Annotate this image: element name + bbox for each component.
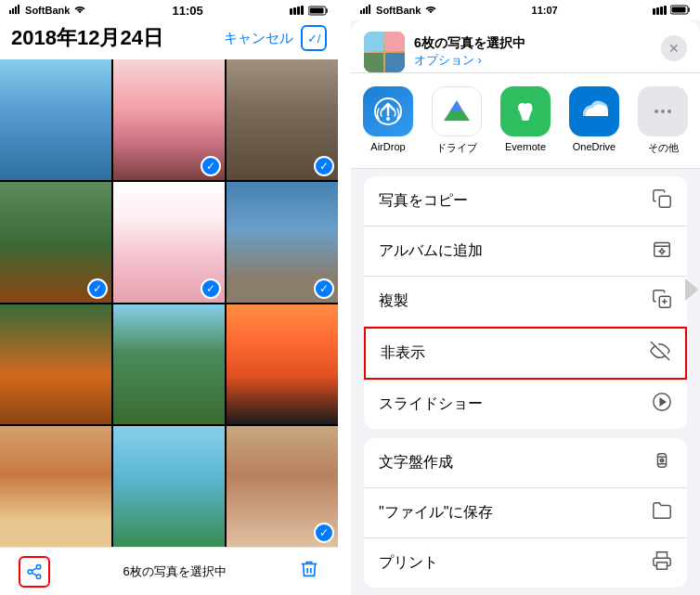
more-icon: [638, 86, 688, 136]
photo-cell[interactable]: ✓: [227, 182, 338, 303]
action-save-files[interactable]: "ファイル"に保存: [364, 488, 687, 538]
svg-rect-11: [363, 8, 365, 14]
svg-rect-13: [369, 5, 370, 14]
right-actions: キャンセル ✓/: [224, 25, 327, 51]
status-bar-left: SoftBank 11:05: [0, 0, 338, 20]
svg-rect-16: [660, 6, 663, 15]
print-icon: [652, 550, 672, 576]
check-badge: ✓: [201, 156, 221, 176]
action-print[interactable]: プリント: [364, 538, 687, 588]
share-title: 6枚の写真を選択中: [414, 35, 652, 52]
selection-count: 6枚の写真を選択中: [123, 563, 226, 580]
action-hide-label: 非表示: [381, 343, 425, 363]
time-right: 11:07: [532, 5, 558, 16]
right-panel: SoftBank 11:07 6枚の写真を選択中 オプション: [351, 0, 700, 595]
svg-rect-4: [290, 8, 292, 15]
action-slideshow[interactable]: スライドショー: [364, 380, 687, 429]
folder-icon: [652, 500, 672, 525]
photo-cell[interactable]: ✓: [227, 59, 338, 180]
top-bar-left: 2018年12月24日 キャンセル ✓/: [0, 20, 338, 59]
select-button[interactable]: ✓/: [301, 25, 327, 51]
drive-icon: [432, 86, 482, 136]
carrier-left: SoftBank: [9, 5, 85, 16]
share-header: 6枚の写真を選択中 オプション › ✕: [351, 20, 700, 73]
check-badge: ✓: [314, 523, 334, 543]
app-icon-drive[interactable]: ドライブ: [429, 86, 485, 155]
check-badge: ✓: [87, 278, 108, 299]
action-section-1: 写真をコピー アルバムに追加: [364, 176, 687, 429]
copy-icon: [652, 188, 672, 213]
action-save-files-label: "ファイル"に保存: [379, 503, 493, 523]
svg-rect-10: [360, 10, 362, 14]
share-header-text: 6枚の写真を選択中 オプション ›: [414, 32, 652, 69]
svg-rect-2: [15, 6, 17, 14]
app-icons-row: AirDrop ドライブ: [351, 73, 700, 169]
photo-cell[interactable]: [0, 304, 111, 425]
evernote-icon: [500, 86, 551, 136]
play-icon: [652, 392, 672, 417]
svg-rect-12: [366, 6, 368, 14]
app-icon-evernote[interactable]: Evernote: [498, 86, 553, 155]
action-add-album-label: アルバムに追加: [379, 241, 483, 261]
svg-point-33: [668, 110, 671, 113]
cancel-button[interactable]: キャンセル: [224, 30, 293, 47]
svg-rect-15: [656, 7, 659, 15]
svg-point-31: [655, 110, 658, 113]
photo-cell[interactable]: [0, 426, 111, 547]
svg-rect-22: [364, 53, 383, 72]
date-title: 2018年12月24日: [11, 24, 163, 52]
svg-marker-29: [444, 111, 470, 121]
svg-rect-23: [385, 53, 405, 72]
airdrop-icon: [363, 86, 413, 136]
action-duplicate[interactable]: 複製: [364, 277, 687, 327]
hide-icon: [650, 341, 670, 366]
check-badge: ✓: [201, 278, 221, 299]
action-hide[interactable]: 非表示: [364, 327, 687, 380]
action-duplicate-label: 複製: [379, 291, 408, 311]
svg-rect-34: [659, 196, 670, 207]
onedrive-label: OneDrive: [573, 141, 616, 152]
drive-label: ドライブ: [436, 141, 477, 155]
svg-rect-1: [12, 8, 14, 14]
left-panel: SoftBank 11:05 2018年12月24日 キャンセル ✓/ ✓ ✓: [0, 0, 338, 595]
share-close-button[interactable]: ✕: [661, 35, 687, 61]
svg-rect-5: [293, 7, 296, 15]
photo-cell[interactable]: [113, 426, 225, 547]
photo-cell[interactable]: ✓: [113, 182, 225, 303]
app-icon-onedrive[interactable]: OneDrive: [566, 86, 622, 155]
photo-cell[interactable]: [113, 304, 225, 425]
app-icon-airdrop[interactable]: AirDrop: [360, 86, 416, 155]
share-thumbnail: [364, 32, 405, 72]
photo-grid: ✓ ✓ ✓ ✓ ✓: [0, 59, 338, 547]
svg-marker-42: [660, 398, 666, 405]
evernote-label: Evernote: [505, 141, 546, 152]
action-add-album[interactable]: アルバムに追加: [364, 226, 687, 277]
watch-icon: [652, 450, 672, 475]
action-slideshow-label: スライドショー: [379, 395, 483, 414]
photo-cell[interactable]: [227, 304, 338, 425]
airdrop-label: AirDrop: [370, 141, 405, 152]
trash-button[interactable]: [299, 559, 319, 584]
photo-cell[interactable]: ✓: [0, 182, 111, 303]
svg-rect-21: [385, 32, 405, 51]
share-button[interactable]: [19, 556, 50, 588]
album-icon: [652, 239, 672, 264]
duplicate-icon: [652, 289, 672, 314]
arrow-divider: [685, 278, 698, 301]
more-label: その他: [648, 141, 679, 155]
action-watch-face-label: 文字盤作成: [379, 453, 453, 472]
svg-rect-3: [18, 5, 19, 14]
svg-rect-45: [657, 563, 668, 569]
svg-rect-9: [310, 7, 324, 13]
action-copy-photo[interactable]: 写真をコピー: [364, 176, 687, 226]
check-badge: ✓: [314, 278, 334, 299]
share-options-link[interactable]: オプション ›: [414, 52, 652, 69]
photo-cell[interactable]: ✓: [113, 59, 225, 180]
photo-cell[interactable]: [0, 59, 111, 180]
action-watch-face[interactable]: 文字盤作成: [364, 438, 687, 488]
app-icon-more[interactable]: その他: [635, 86, 691, 155]
status-bar-right: SoftBank 11:07: [351, 0, 700, 20]
status-icons-right: [653, 5, 691, 17]
svg-point-25: [386, 117, 390, 121]
photo-cell[interactable]: ✓: [227, 426, 338, 547]
